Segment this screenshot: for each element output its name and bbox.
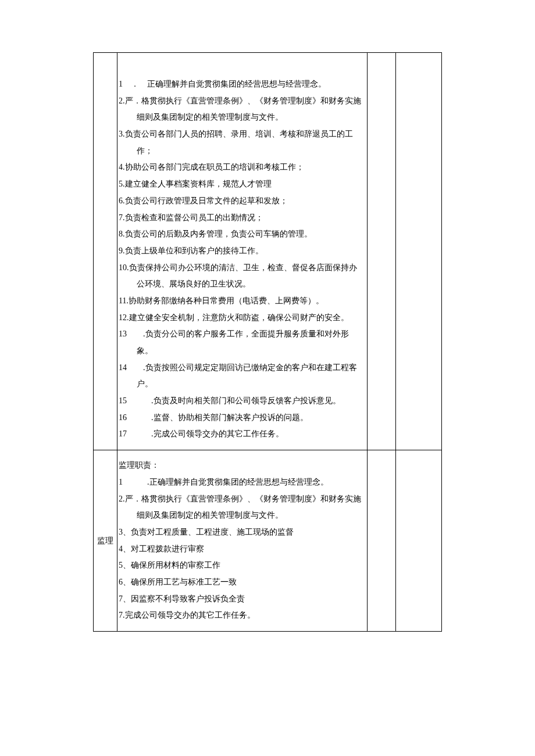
content-line: 16 .监督、协助相关部门解决客户投诉的问题。 xyxy=(119,410,365,427)
content-line: 5.建立健全人事档案资料库，规范人才管理 xyxy=(119,176,365,193)
table-row: 1 ． 正确理解并自觉贯彻集团的经营思想与经营理念。2.严．格贯彻执行《直营管理… xyxy=(94,53,442,450)
content-line: 4、对工程拨款进行审察 xyxy=(119,541,365,558)
blank-cell xyxy=(368,450,396,632)
document-page: 1 ． 正确理解并自觉贯彻集团的经营思想与经营理念。2.严．格贯彻执行《直营管理… xyxy=(0,0,535,632)
content-line: 户。 xyxy=(119,376,153,393)
blank-cell xyxy=(368,53,396,450)
content-line: 2.严．格贯彻执行《直营管理条例》、《财务管理制度》和财务实施 xyxy=(119,491,365,508)
content-line: 17 .完成公司领导交办的其它工作任务。 xyxy=(119,426,365,443)
content-cell: 监理职责：1 .正确理解并自觉贯彻集团的经营思想与经营理念。2.严．格贯彻执行《… xyxy=(117,450,368,632)
content-line: 6.负责公司行政管理及日常文件的起草和发放； xyxy=(119,193,365,210)
content-line: 3.负责公司各部门人员的招聘、录用、培训、考核和辞退员工的工 xyxy=(119,126,365,143)
content-line: 8.负责公司的后勤及内务管理，负责公司车辆的管理。 xyxy=(119,226,365,243)
content-line: 12.建立健全安全机制，注意防火和防盗，确保公司财产的安全。 xyxy=(119,310,365,327)
content-line: 象。 xyxy=(119,343,153,360)
content-line: 14 .负责按照公司规定定期回访已缴纳定金的客户和在建工程客 xyxy=(119,360,365,377)
content-line: 10.负责保持公司办公环境的清洁、卫生，检查、督促各店面保持办 xyxy=(119,260,365,277)
content-line: 细则及集团制定的相关管理制度与文件。 xyxy=(119,507,283,524)
content-line: 3、负责对工程质量、工程进度、施工现场的监督 xyxy=(119,524,365,541)
duties-table: 1 ． 正确理解并自觉贯彻集团的经营思想与经营理念。2.严．格贯彻执行《直营管理… xyxy=(93,52,442,632)
content-line: 1 ． 正确理解并自觉贯彻集团的经营思想与经营理念。 xyxy=(119,76,365,93)
blank-cell xyxy=(396,450,442,632)
content-line: 细则及集团制定的相关管理制度与文件。 xyxy=(119,109,283,126)
content-line: 7.完成公司领导交办的其它工作任务。 xyxy=(119,607,365,624)
content-line: 5、确保所用材料的审察工作 xyxy=(119,557,365,574)
content-line: 7.负责检查和监督公司员工的出勤情况； xyxy=(119,210,365,227)
content-line: 9.负责上级单位和到访客户的接待工作。 xyxy=(119,243,365,260)
role-cell xyxy=(94,53,117,450)
blank-cell xyxy=(396,53,442,450)
role-cell: 监理 xyxy=(94,450,117,632)
table-row: 监理监理职责：1 .正确理解并自觉贯彻集团的经营思想与经营理念。2.严．格贯彻执… xyxy=(94,450,442,632)
content-line: 13 .负责分公司的客户服务工作，全面提升服务质量和对外形 xyxy=(119,326,365,343)
content-line: 4.协助公司各部门完成在职员工的培训和考核工作； xyxy=(119,159,365,176)
content-cell: 1 ． 正确理解并自觉贯彻集团的经营思想与经营理念。2.严．格贯彻执行《直营管理… xyxy=(117,53,368,450)
content-line: 公环境、展场良好的卫生状况。 xyxy=(119,276,251,293)
content-line: 2.严．格贯彻执行《直营管理条例》、《财务管理制度》和财务实施 xyxy=(119,93,365,110)
content-line: 1 .正确理解并自觉贯彻集团的经营思想与经营理念。 xyxy=(119,474,365,491)
content-line xyxy=(119,60,365,76)
content-line: 15 .负责及时向相关部门和公司领导反馈客户投诉意见。 xyxy=(119,393,365,410)
content-line: 7、因监察不利导致客户投诉负全责 xyxy=(119,591,365,608)
content-line: 11.协助财务部缴纳各种日常费用（电话费、上网费等）。 xyxy=(119,293,365,310)
content-line: 6、确保所用工艺与标准工艺一致 xyxy=(119,574,365,591)
content-line: 监理职责： xyxy=(119,457,365,474)
content-line: 作； xyxy=(119,143,153,160)
